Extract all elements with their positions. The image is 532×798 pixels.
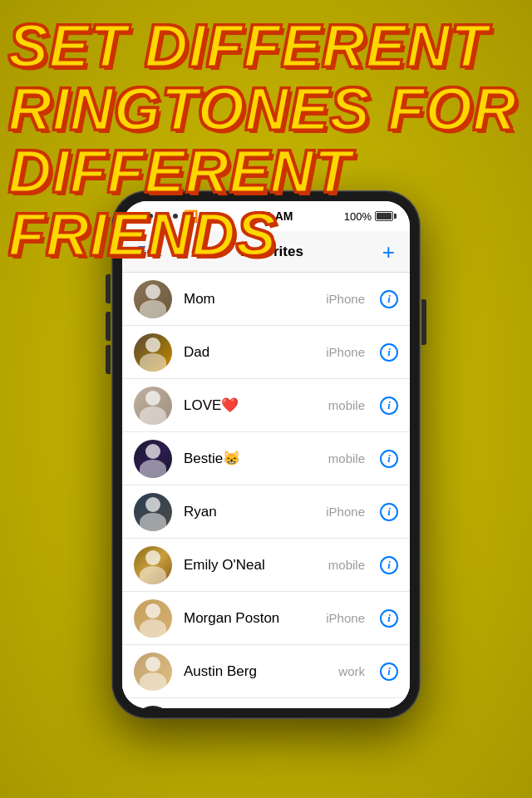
info-button-ryan[interactable]: i — [380, 503, 398, 521]
contact-name-emily: Emily O'Neal — [184, 557, 328, 574]
avatar-love — [134, 387, 172, 425]
contact-name-austin: Austin Berg — [184, 663, 338, 680]
headline-line2: Ringtones For — [8, 78, 524, 141]
avatar-bestie — [134, 440, 172, 478]
info-button-austin[interactable]: i — [380, 663, 398, 681]
phone-device: 📶 9:41 AM 100% Edit Favorites + MomiPhon… — [112, 191, 420, 718]
contact-name-love: LOVE❤️ — [184, 397, 328, 414]
avatar-michelle — [134, 706, 172, 709]
contact-type-love: mobile — [328, 398, 365, 412]
headline: Set Different Ringtones For Different Fr… — [8, 15, 524, 266]
avatar-morgan — [134, 599, 172, 638]
contact-info-austin: Austin Berg — [184, 663, 338, 680]
contact-name-morgan: Morgan Poston — [184, 610, 326, 627]
phone-shell: 📶 9:41 AM 100% Edit Favorites + MomiPhon… — [112, 191, 420, 718]
info-button-bestie[interactable]: i — [380, 450, 398, 468]
contact-right-love: mobilei — [328, 397, 398, 415]
contact-name-mom: Mom — [184, 291, 326, 308]
avatar-ryan — [134, 493, 172, 531]
contact-row-morgan[interactable]: Morgan PostoniPhonei — [122, 592, 410, 645]
contact-type-austin: work — [338, 664, 365, 678]
contact-info-morgan: Morgan Poston — [184, 610, 326, 627]
headline-line1: Set Different — [8, 15, 524, 78]
contact-right-emily: mobilei — [328, 556, 398, 574]
avatar-austin — [134, 653, 172, 691]
contact-type-bestie: mobile — [328, 451, 365, 466]
contact-row-bestie[interactable]: Bestie😸mobilei — [122, 432, 410, 485]
phone-screen: 📶 9:41 AM 100% Edit Favorites + MomiPhon… — [122, 201, 410, 708]
contact-type-mom: iPhone — [326, 292, 365, 306]
contact-type-ryan: iPhone — [326, 505, 365, 519]
avatar-emily — [134, 546, 172, 584]
info-button-morgan[interactable]: i — [380, 609, 398, 628]
contact-info-bestie: Bestie😸 — [184, 450, 328, 467]
info-button-love[interactable]: i — [380, 397, 398, 415]
headline-line3: Different Friends — [8, 140, 524, 266]
info-button-dad[interactable]: i — [380, 343, 398, 362]
contact-row-mom[interactable]: MomiPhonei — [122, 273, 410, 326]
contact-row-love[interactable]: LOVE❤️mobilei — [122, 379, 410, 432]
contact-list: MomiPhoneiDadiPhoneiLOVE❤️mobileiBestie😸… — [122, 273, 410, 708]
contact-right-bestie: mobilei — [328, 450, 398, 468]
info-button-emily[interactable]: i — [380, 556, 398, 574]
contact-right-ryan: iPhonei — [326, 503, 398, 521]
contact-type-dad: iPhone — [326, 345, 365, 359]
avatar-dad — [134, 333, 172, 372]
contact-row-ryan[interactable]: RyaniPhonei — [122, 485, 410, 539]
contact-right-mom: iPhonei — [326, 290, 398, 308]
contact-info-emily: Emily O'Neal — [184, 557, 328, 574]
contact-right-austin: worki — [338, 663, 398, 681]
avatar-mom — [134, 280, 172, 318]
contact-right-dad: iPhonei — [326, 343, 398, 362]
contact-info-dad: Dad — [184, 344, 326, 361]
contact-info-mom: Mom — [184, 291, 326, 308]
contact-row-emily[interactable]: Emily O'Nealmobilei — [122, 539, 410, 592]
contact-name-bestie: Bestie😸 — [184, 450, 328, 467]
contact-info-ryan: Ryan — [184, 504, 326, 520]
contact-name-ryan: Ryan — [184, 504, 326, 520]
contact-row-dad[interactable]: DadiPhonei — [122, 326, 410, 379]
contact-row-michelle[interactable]: Michelle Trangmobilei — [122, 698, 410, 708]
info-button-mom[interactable]: i — [380, 290, 398, 308]
contact-name-dad: Dad — [184, 344, 326, 361]
contact-info-love: LOVE❤️ — [184, 397, 328, 414]
contact-type-emily: mobile — [328, 558, 365, 572]
contact-type-morgan: iPhone — [326, 611, 365, 625]
contact-row-austin[interactable]: Austin Bergworki — [122, 645, 410, 698]
contact-right-morgan: iPhonei — [326, 609, 398, 628]
